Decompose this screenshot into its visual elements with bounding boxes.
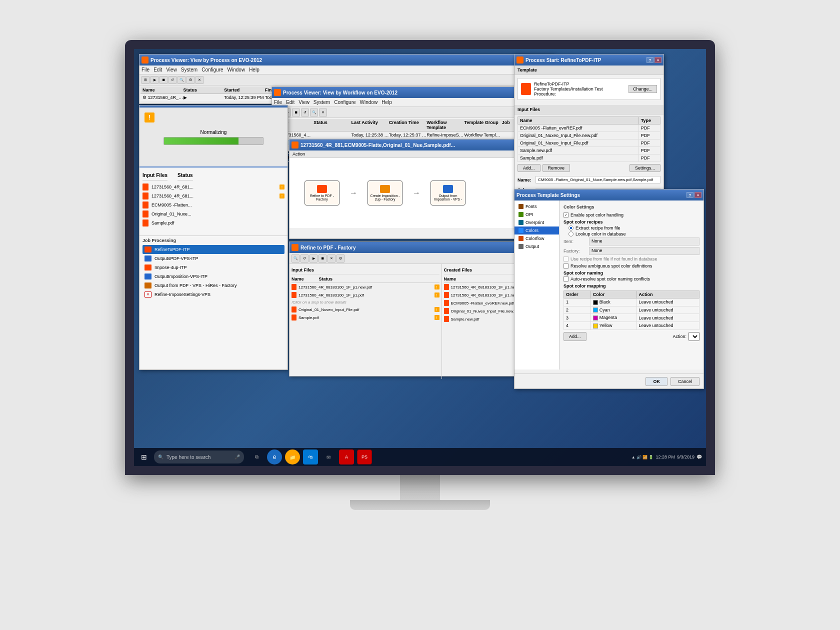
menu-file[interactable]: File — [142, 67, 150, 72]
menu-system[interactable]: System — [181, 67, 198, 72]
taskview-button[interactable]: ⧉ — [249, 450, 264, 464]
workflow-row[interactable]: ⊟ 12731560_4R_681,ECM9005-... Today, 12:… — [274, 132, 542, 139]
acrobat-button[interactable]: A — [339, 450, 354, 464]
app-button-7[interactable]: PS — [357, 450, 372, 464]
wf-tb-3[interactable]: ⏹ — [292, 108, 300, 116]
explorer-button[interactable]: 📁 — [285, 450, 300, 464]
settings-help[interactable]: ? — [686, 192, 694, 198]
toolbar-btn-3[interactable]: ⏹ — [160, 76, 168, 84]
toolbar-btn-2[interactable]: ▶ — [150, 76, 158, 84]
wf-menu-view[interactable]: View — [298, 100, 310, 105]
job-item-4[interactable]: OutputImposition-VPS-ITP — [142, 272, 284, 281]
refine-tb-4[interactable]: ⏹ — [318, 254, 326, 262]
refine-tb-6[interactable]: ⚙ — [336, 254, 344, 262]
ps-add-button[interactable]: Add... — [518, 164, 540, 172]
job-item-6[interactable]: ✕ Refine-ImposeSettings-VPS — [142, 290, 284, 299]
toolbar-btn-5[interactable]: 🔍 — [178, 76, 186, 84]
wf-menu-help[interactable]: Help — [382, 100, 392, 105]
process-canvas: Refine to PDF - Factory → Create Imposit… — [290, 158, 544, 228]
enable-spot-cb[interactable] — [564, 212, 568, 218]
refine-tb-2[interactable]: ↺ — [300, 254, 308, 262]
sc-action-select[interactable] — [688, 332, 700, 341]
auto-resolve-check[interactable]: Auto-resolve spot color naming conflicts — [564, 276, 700, 282]
resolve-cb[interactable] — [564, 264, 568, 268]
extract-recipe-label: Extract recipe from file — [576, 226, 620, 230]
wf-menu-window[interactable]: Window — [360, 100, 378, 105]
nav-output[interactable]: Output — [514, 242, 559, 250]
settings-close[interactable]: × — [694, 192, 702, 198]
wf-menu-edit[interactable]: Edit — [286, 100, 294, 105]
menu-help[interactable]: Help — [249, 67, 260, 72]
item-input[interactable]: None — [589, 238, 700, 246]
mail-button[interactable]: ✉ — [321, 450, 336, 464]
extract-rb[interactable] — [568, 226, 574, 230]
ps-settings-button[interactable]: Settings... — [630, 164, 660, 172]
process-node-titlebar[interactable]: 12731560_4R_881,ECM9005-Flatte,Original_… — [290, 140, 544, 150]
main-window-titlebar[interactable]: Process Viewer: View by Process on EVO-2… — [140, 54, 554, 66]
refine-tb-5[interactable]: ✕ — [328, 254, 336, 262]
main-window-title: Process Viewer: View by Process on EVO-2… — [150, 58, 526, 63]
menu-window[interactable]: Window — [228, 67, 246, 72]
wf-tb-6[interactable]: ✕ — [319, 108, 327, 116]
menu-configure[interactable]: Configure — [202, 67, 223, 72]
wf-row-group: Workflow Templates — [464, 132, 502, 138]
monitor-stand-base — [350, 500, 490, 510]
start-button[interactable]: ⊞ — [136, 449, 152, 465]
ps-name-input[interactable]: CM9005 -Flatten_Original_01_Nuxe,Sample.… — [536, 176, 660, 184]
sc-add-button[interactable]: Add... — [564, 332, 586, 341]
wf-menu-file[interactable]: File — [274, 100, 282, 105]
job-item-1[interactable]: RefineToPDF-ITP — [142, 245, 284, 254]
create-imposition-node[interactable]: Create Imposition - 2up - Factory — [368, 180, 402, 206]
refine-pdf-label: Refine to PDF - Factory — [307, 194, 337, 201]
wf-tb-5[interactable]: 🔍 — [310, 108, 318, 116]
factory-input[interactable]: None — [589, 247, 700, 255]
settings-titlebar[interactable]: Process Template Settings ? × — [514, 190, 704, 200]
toolbar-btn-1[interactable]: ⊞ — [142, 76, 150, 84]
wf-tb-4[interactable]: ↺ — [301, 108, 309, 116]
nav-colors[interactable]: Colors — [514, 226, 559, 234]
refine-created-col-name: Name — [444, 276, 456, 282]
ps-close[interactable]: × — [654, 57, 662, 63]
taskbar-search[interactable]: 🔍 Type here to search 🎤 — [154, 450, 244, 464]
ps-help[interactable]: ? — [646, 57, 654, 63]
sc-row-4: 4 Yellow Leave untouched — [564, 322, 700, 330]
job-item-2[interactable]: OutputsPDF-VPS-ITP — [142, 254, 284, 263]
ps-input-files-content: Name Type ECM9005 -Flatten_evoREF.pdf PD… — [514, 114, 664, 174]
extract-recipe-radio[interactable]: Extract recipe from file — [568, 226, 700, 230]
nav-overprint[interactable]: Overprint — [514, 218, 559, 226]
settings-ok-button[interactable]: OK — [646, 377, 668, 386]
file-item-3: ECM9005 -Flatten... — [142, 200, 284, 210]
refine-pdf-node[interactable]: Refine to PDF - Factory — [304, 180, 340, 206]
ps-remove-button[interactable]: Remove — [542, 164, 570, 172]
settings-cancel-button[interactable]: Cancel — [670, 377, 700, 386]
toolbar-btn-7[interactable]: ✕ — [196, 76, 204, 84]
auto-resolve-cb[interactable] — [564, 276, 568, 282]
toolbar-btn-4[interactable]: ↺ — [168, 76, 176, 84]
lookup-recipe-radio[interactable]: Lookup color in database — [568, 232, 700, 236]
ps-change-button[interactable]: Change... — [628, 85, 657, 93]
output-imposition-node[interactable]: Output from Imposition - VPS - — [430, 180, 466, 206]
resolve-check[interactable]: Resolve ambiguous spot color definitions — [564, 264, 700, 268]
refine-tb-1[interactable]: 🔍 — [292, 254, 300, 262]
input-files-section: Input Files Status 12731560_4R_681... ! … — [140, 168, 288, 230]
wf-menu-system[interactable]: System — [314, 100, 330, 105]
refine-tb-3[interactable]: ▶ — [310, 254, 318, 262]
nav-colorflow[interactable]: Colorflow — [514, 234, 559, 242]
store-button[interactable]: 🛍 — [303, 450, 318, 464]
lookup-rb[interactable] — [568, 232, 574, 236]
wf-menu-configure[interactable]: Configure — [334, 100, 356, 105]
nav-opi[interactable]: OPI — [514, 210, 559, 218]
toolbar-btn-6[interactable]: ⚙ — [186, 76, 194, 84]
ie-button[interactable]: e — [267, 450, 282, 464]
main-window-icon — [142, 56, 148, 64]
process-start-titlebar[interactable]: Process Start: RefineToPDF-ITP ? × — [514, 54, 664, 66]
job-icon-3 — [144, 264, 152, 270]
pdf-icon-2 — [142, 192, 148, 200]
enable-spot-color-check[interactable]: Enable spot color handling — [564, 212, 700, 218]
menu-edit[interactable]: Edit — [154, 67, 162, 72]
job-item-5[interactable]: Output from PDF - VPS - HiRes - Factory — [142, 281, 284, 290]
job-item-3[interactable]: Impose-4up-ITP — [142, 263, 284, 272]
menu-view[interactable]: View — [166, 67, 177, 72]
workflow-titlebar[interactable]: Process Viewer: View by Workflow on EVO-… — [272, 87, 544, 98]
nav-fonts[interactable]: Fonts — [514, 202, 559, 210]
